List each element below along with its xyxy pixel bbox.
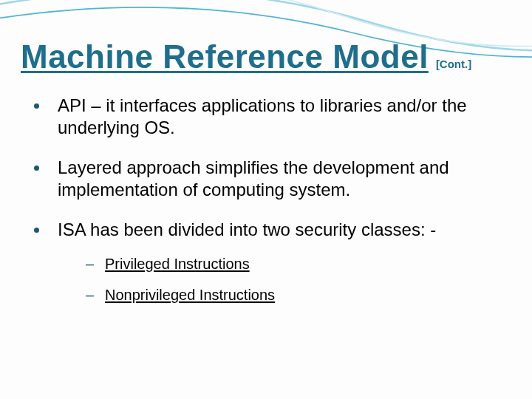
main-bullet-list: API – it interfaces applications to libr… <box>28 95 510 304</box>
sub-bullet-item: Privileged Instructions <box>58 254 510 273</box>
content-area: API – it interfaces applications to libr… <box>28 95 510 322</box>
bullet-item: ISA has been divided into two security c… <box>28 219 510 304</box>
sub-bullet-item: Nonprivileged Instructions <box>58 285 510 304</box>
sub-bullet-text: Nonprivileged Instructions <box>105 287 275 303</box>
bullet-text: API – it interfaces applications to libr… <box>58 95 467 137</box>
bullet-text: ISA has been divided into two security c… <box>58 219 436 239</box>
bullet-text: Layered approach simplifies the developm… <box>58 157 449 200</box>
sub-bullet-text: Privileged Instructions <box>105 256 250 272</box>
slide-title: Machine Reference Model <box>21 38 429 75</box>
continuation-label: [Cont.] <box>436 58 471 70</box>
title-row: Machine Reference Model [Cont.] <box>21 38 517 75</box>
sub-bullet-list: Privileged Instructions Nonprivileged In… <box>58 254 510 304</box>
bullet-item: API – it interfaces applications to libr… <box>28 95 510 139</box>
bullet-item: Layered approach simplifies the developm… <box>28 157 510 201</box>
